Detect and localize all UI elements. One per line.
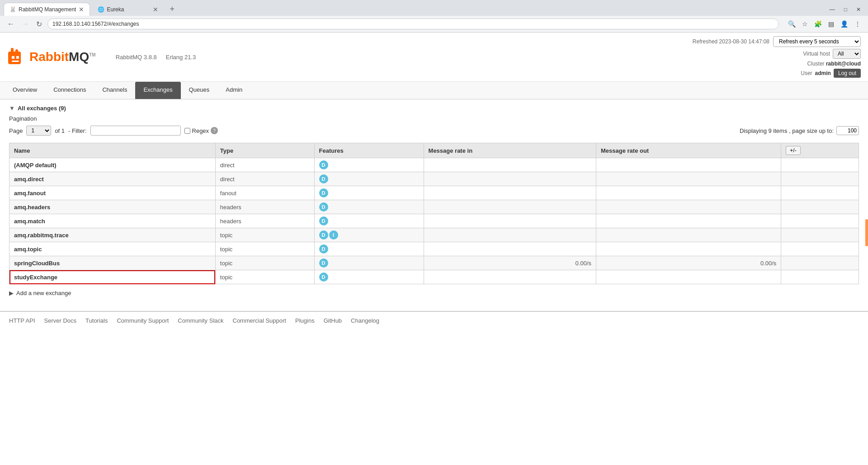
user-row: User admin Log out — [801, 69, 861, 78]
exchange-name[interactable]: amq.topic — [9, 242, 216, 256]
tab-connections[interactable]: Connections — [45, 82, 94, 99]
table-row[interactable]: springCloudBustopicD0.00/s0.00/s — [9, 256, 859, 270]
exchange-action — [781, 228, 859, 242]
col-features: Features — [314, 143, 424, 158]
section-header[interactable]: ▼ All exchanges (9) — [9, 105, 859, 112]
tab-admin[interactable]: Admin — [217, 82, 250, 99]
tab-queues[interactable]: Queues — [181, 82, 218, 99]
extensions-button[interactable]: 🧩 — [812, 19, 824, 28]
footer-link-github[interactable]: GitHub — [324, 317, 342, 324]
exchange-name[interactable]: amq.direct — [9, 172, 216, 186]
exchange-action — [781, 186, 859, 200]
nav-tabs: Overview Connections Channels Exchanges … — [0, 82, 868, 99]
tab-rabbitmq[interactable]: 🐰 RabbitMQ Management ✕ — [4, 3, 90, 16]
table-row[interactable]: amq.rabbitmq.tracetopicDI — [9, 228, 859, 242]
profile-button[interactable]: 👤 — [839, 19, 850, 28]
scroll-indicator — [865, 219, 868, 246]
exchange-type: topic — [215, 256, 314, 270]
table-row[interactable]: amq.headersheadersD — [9, 200, 859, 214]
exchange-rate-in — [424, 200, 596, 214]
svg-rect-5 — [12, 61, 19, 62]
footer-link-changelog[interactable]: Changelog — [351, 317, 379, 324]
exchange-name[interactable]: (AMQP default) — [9, 158, 216, 172]
logo-rabbit: Rabbit — [29, 50, 69, 64]
help-icon[interactable]: ? — [211, 127, 218, 134]
filter-input[interactable] — [90, 126, 181, 136]
col-type: Type — [215, 143, 314, 158]
rabbitmq-version: RabbitMQ 3.8.8 — [116, 54, 157, 61]
tab-close-window-button[interactable]: ✕ — [853, 5, 864, 14]
exchange-action — [781, 270, 859, 284]
footer-link-server-docs[interactable]: Server Docs — [44, 317, 77, 324]
page-label: Page — [9, 127, 23, 134]
tab-close-eureka[interactable]: ✕ — [153, 6, 158, 13]
footer-link-tutorials[interactable]: Tutorials — [85, 317, 108, 324]
rabbitmq-logo-icon — [7, 47, 28, 67]
exchange-type: direct — [215, 172, 314, 186]
sidebar-button[interactable]: ▤ — [826, 19, 836, 28]
exchange-type: fanout — [215, 186, 314, 200]
exchange-name[interactable]: amq.fanout — [9, 186, 216, 200]
tab-channels[interactable]: Channels — [94, 82, 135, 99]
tab-minimize-button[interactable]: — — [826, 5, 839, 14]
exchange-name[interactable]: amq.rabbitmq.trace — [9, 228, 216, 242]
exchange-name[interactable]: springCloudBus — [9, 256, 216, 270]
tab-eureka[interactable]: 🌐 Eureka ✕ — [92, 3, 164, 16]
search-browser-button[interactable]: 🔍 — [786, 19, 797, 28]
footer-link-plugins[interactable]: Plugins — [295, 317, 315, 324]
address-input[interactable] — [47, 19, 779, 29]
top-bar: RabbitMQTM RabbitMQ 3.8.8 Erlang 21.3 Re… — [0, 33, 868, 82]
table-row[interactable]: amq.matchheadersD — [9, 214, 859, 228]
table-row[interactable]: amq.topictopicD — [9, 242, 859, 256]
footer-link-commercial-support[interactable]: Commercial Support — [233, 317, 287, 324]
table-row[interactable]: amq.fanoutfanoutD — [9, 186, 859, 200]
feature-badge-d: D — [319, 202, 328, 211]
table-row[interactable]: studyExchangetopicD — [9, 270, 859, 284]
footer-link-community-slack[interactable]: Community Slack — [178, 317, 223, 324]
app: RabbitMQTM RabbitMQ 3.8.8 Erlang 21.3 Re… — [0, 33, 868, 421]
forward-button[interactable]: → — [20, 19, 31, 29]
tab-exchanges[interactable]: Exchanges — [135, 82, 180, 99]
tab-title-rabbitmq: RabbitMQ Management — [19, 6, 76, 13]
vhost-select[interactable]: All — [833, 49, 861, 59]
regex-checkbox[interactable] — [184, 128, 190, 134]
table-row[interactable]: (AMQP default)directD — [9, 158, 859, 172]
tab-favicon-rabbitmq: 🐰 — [9, 6, 16, 13]
exchange-name[interactable]: studyExchange — [9, 270, 216, 284]
exchange-table: Name Type Features Message rate in Messa… — [9, 143, 859, 284]
displaying-text: Displaying 9 items , page size up to: — [740, 127, 834, 134]
exchange-action — [781, 242, 859, 256]
exchange-name[interactable]: amq.headers — [9, 200, 216, 214]
page-size-input[interactable] — [836, 126, 859, 135]
reload-button[interactable]: ↻ — [34, 19, 44, 29]
tab-overview[interactable]: Overview — [5, 82, 45, 99]
add-exchange[interactable]: ▶ Add a new exchange — [9, 290, 859, 296]
back-button[interactable]: ← — [5, 19, 16, 29]
regex-label[interactable]: Regex — [192, 127, 209, 134]
exchange-features: D — [314, 186, 424, 200]
exchange-rate-in — [424, 270, 596, 284]
bookmark-button[interactable]: ☆ — [800, 19, 810, 28]
new-tab-button[interactable]: + — [166, 3, 178, 16]
exchange-type: topic — [215, 228, 314, 242]
plus-minus-button[interactable]: +/- — [786, 146, 800, 155]
tab-close-rabbitmq[interactable]: ✕ — [79, 6, 84, 13]
exchange-action — [781, 256, 859, 270]
footer-link-http-api[interactable]: HTTP API — [9, 317, 35, 324]
menu-button[interactable]: ⋮ — [853, 19, 863, 28]
exchange-rate-in — [424, 172, 596, 186]
refresh-select[interactable]: No refresh Refresh every 5 seconds Refre… — [773, 36, 861, 47]
exchange-name[interactable]: amq.match — [9, 214, 216, 228]
exchange-rate-out: 0.00/s — [596, 256, 781, 270]
page-select[interactable]: 1 — [26, 126, 51, 136]
pagination-label: Pagination — [9, 115, 859, 122]
table-row[interactable]: amq.directdirectD — [9, 172, 859, 186]
footer-link-community-support[interactable]: Community Support — [117, 317, 169, 324]
svg-rect-4 — [16, 56, 19, 59]
cluster-name: rabbit@cloud — [826, 61, 861, 67]
logout-button[interactable]: Log out — [834, 69, 861, 78]
exchange-type: headers — [215, 214, 314, 228]
exchange-type: topic — [215, 242, 314, 256]
logo-tm: TM — [89, 52, 95, 57]
tab-restore-button[interactable]: □ — [840, 5, 851, 14]
